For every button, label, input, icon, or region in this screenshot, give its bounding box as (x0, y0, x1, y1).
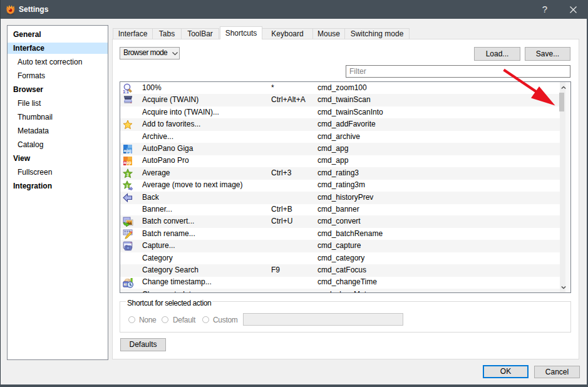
svg-text:apg: apg (123, 148, 131, 153)
svg-text:21: 21 (124, 284, 126, 286)
svg-text:1:1: 1:1 (123, 90, 129, 94)
svg-text:app: app (123, 160, 131, 165)
svg-text:3: 3 (126, 172, 129, 177)
